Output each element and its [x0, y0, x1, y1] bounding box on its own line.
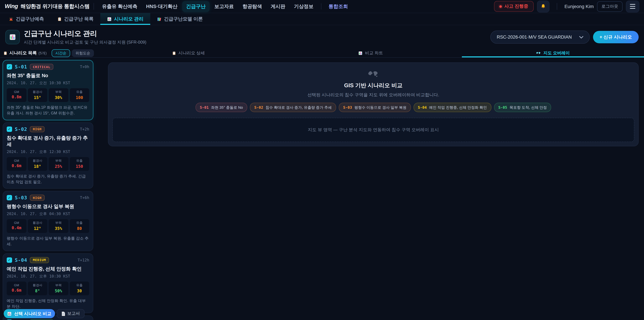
compare-button-label: 선택 시나리오 비교: [14, 310, 51, 317]
nav-item-integrated[interactable]: 통합조회: [324, 1, 352, 12]
clipboard-icon: [57, 17, 62, 21]
metric-label: 유출: [70, 221, 89, 225]
metric-label: 유출: [70, 283, 89, 287]
nav-item-weather[interactable]: 기상정보: [290, 1, 318, 12]
scenario-chip[interactable]: S-03 평형수 이동으로 경사 일부 복원: [339, 103, 411, 112]
time-offset: T+12h: [78, 258, 89, 262]
metric-value: 50%: [49, 288, 68, 293]
metric-label: 횡경사: [28, 283, 47, 287]
tab-rescue-model-theory[interactable]: 긴급구난모델 이론: [150, 13, 210, 25]
metric-box: 유출 30: [70, 281, 89, 295]
scenario-list: ✓ S-01 CRITICAL T+0h 좌현 35° 충돌로 No 2024.…: [0, 58, 96, 320]
clipboard-icon: [172, 51, 176, 55]
chip-scenario-title: 목포항 도착, 선체 안정: [510, 105, 547, 110]
metric-value: 18°: [28, 164, 47, 169]
metric-box: 횡경사 18°: [28, 157, 47, 171]
scenario-checkbox[interactable]: ✓: [7, 195, 12, 200]
metric-label: GM: [7, 90, 26, 94]
nav-item-rescue[interactable]: 긴급구난: [182, 1, 210, 12]
world-map-icon: [536, 51, 541, 55]
metric-label: GM: [7, 159, 26, 162]
scenario-checkbox[interactable]: ✓: [7, 64, 12, 70]
scenario-card[interactable]: ✓ S-01 CRITICAL T+0h 좌현 35° 충돌로 No 2024.…: [3, 60, 93, 120]
tab-map-overlay[interactable]: 지도 오버레이: [462, 49, 644, 57]
scenario-id: S-02: [15, 126, 27, 132]
case-selector-dropdown[interactable]: RSC-2026-001·M/V SEA GUARDIAN: [490, 31, 590, 44]
report-button[interactable]: 보고서: [56, 309, 84, 318]
scenario-checkbox[interactable]: ✓: [7, 126, 12, 132]
menu-button[interactable]: [626, 1, 639, 12]
check-icon: ✓: [8, 258, 11, 262]
main-nav: 유출유 확산예측 HNS·대기확산 긴급구난 보고자료 항공탐색 게시판 기상정…: [98, 1, 352, 12]
chip-scenario-id: S-05: [498, 105, 507, 110]
tab-rescue-list[interactable]: 긴급구난 목록: [51, 13, 100, 25]
time-offset: T+0h: [80, 65, 89, 69]
divider: [321, 3, 321, 10]
sort-by-time-button[interactable]: 시간순: [52, 49, 70, 57]
bell-icon: [541, 4, 546, 9]
logout-button[interactable]: 로그아웃: [597, 1, 622, 12]
nav-item-aerial[interactable]: 항공탐색: [238, 1, 266, 12]
metric-label: 부력: [49, 159, 68, 163]
scenario-id: S-01: [15, 64, 27, 70]
brand-logo: Wing: [5, 3, 18, 10]
metric-box: GM 0.6m: [7, 281, 26, 295]
notifications-button[interactable]: [537, 1, 550, 12]
bar-chart-icon: [358, 51, 363, 55]
clipboard-icon: [3, 51, 8, 55]
nav-item-reports[interactable]: 보고자료: [210, 1, 238, 12]
bar-chart-icon: [7, 311, 12, 316]
card-header: ✓ S-04 MEDIUM T+12h: [7, 257, 89, 263]
incident-status-label: 사고 진행중: [504, 3, 528, 10]
scenario-title: 좌현 35° 충돌로 No: [7, 73, 89, 79]
card-header: ✓ S-03 HIGH T+6h: [7, 195, 89, 201]
scenario-chip[interactable]: S-02 침수 확대로 경사 증가, 유출량 증가 추세: [250, 103, 336, 112]
metric-value: 25%: [49, 164, 68, 169]
compare-scenarios-button[interactable]: 선택 시나리오 비교: [4, 309, 55, 318]
tab-scenario-detail[interactable]: 시나리오 상세: [97, 49, 280, 57]
metric-value: 80: [70, 226, 89, 231]
nav-item-hns[interactable]: HNS·대기확산: [142, 1, 182, 12]
tab-rescue-forecast[interactable]: 긴급구난예측: [2, 13, 51, 25]
user-name: Eunjeong Kim: [564, 4, 594, 9]
chip-scenario-title: 평형수 이동으로 경사 일부 복원: [354, 105, 406, 110]
tab-label: 시나리오 관리: [114, 16, 144, 22]
metric-label: 유출: [70, 159, 89, 163]
metric-value: 30%: [49, 95, 68, 100]
scenario-title: 예인 작업 진행중, 선체 안정화 확인: [7, 266, 89, 272]
scenario-description: 침수 확대로 경사 증가, 유출량 증가 추세. 긴급 이초 작업 검토 필요.: [7, 173, 89, 185]
check-icon: ✓: [8, 196, 11, 199]
scenario-datetime: 2024. 10. 27. 오후 10:30 KST: [7, 274, 89, 279]
scenario-card[interactable]: ✓ S-04 MEDIUM T+12h 예인 작업 진행중, 선체 안정화 확인…: [3, 253, 93, 313]
page-title-block: 긴급구난 시나리오 관리 시간 단계별 시나리오 비교·검토 및 구난 의사결정…: [24, 29, 146, 45]
tab-comparison-chart[interactable]: 비교 차트: [280, 49, 462, 57]
severity-badge: RESOLVED: [30, 319, 53, 320]
nav-item-spill[interactable]: 유출유 확산예측: [98, 1, 142, 12]
status-dot-icon: [499, 5, 502, 8]
time-offset: T+2h: [80, 127, 89, 131]
metric-value: 12°: [28, 226, 47, 231]
metric-label: 부력: [49, 283, 68, 287]
metric-value: 0.4m: [7, 225, 26, 230]
bar-chart-icon: [107, 17, 112, 21]
scenario-checkbox[interactable]: ✓: [7, 257, 12, 263]
tab-label: 지도 오버레이: [544, 50, 570, 56]
divider: [557, 3, 557, 10]
chip-scenario-title: 좌현 35° 충돌로 No: [211, 105, 243, 110]
card-header: ✓ S-01 CRITICAL T+0h: [7, 64, 89, 70]
new-scenario-button[interactable]: + 신규 시나리오: [593, 31, 639, 43]
metric-value: 30: [70, 288, 89, 293]
scenario-card[interactable]: ✓ S-02 HIGH T+2h 침수 확대로 경사 증가, 유출량 증가 추세…: [3, 122, 93, 189]
tab-scenario-management[interactable]: 시나리오 관리: [100, 13, 150, 25]
check-icon: ✓: [8, 65, 11, 69]
scenario-chip[interactable]: S-01 좌현 35° 충돌로 No: [196, 103, 247, 112]
metric-value: 15°: [28, 95, 47, 100]
chip-scenario-id: S-02: [254, 105, 263, 110]
scenario-card[interactable]: ✓ S-03 HIGH T+6h 평형수 이동으로 경사 일부 복원 2024.…: [3, 191, 93, 251]
nav-item-board[interactable]: 게시판: [267, 1, 289, 12]
scenario-chip[interactable]: S-05 목포항 도착, 선체 안정: [494, 103, 551, 112]
scenario-id: S-04: [15, 257, 27, 263]
severity-badge: HIGH: [30, 126, 44, 132]
scenario-chip[interactable]: S-04 예인 작업 진행중, 선체 안정화 확인: [414, 103, 491, 112]
sort-by-risk-button[interactable]: 위험도순: [72, 49, 94, 57]
